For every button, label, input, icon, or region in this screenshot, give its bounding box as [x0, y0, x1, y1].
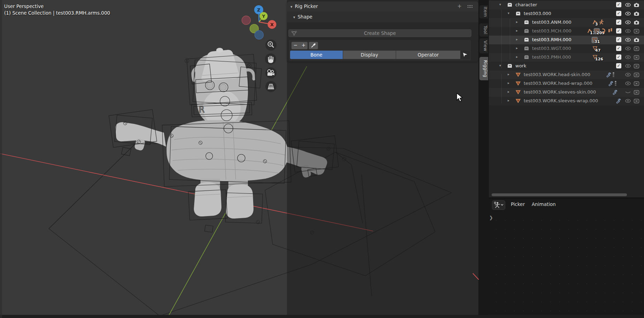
row-label[interactable]: test003.WORK.head-wrap.000 [524, 81, 592, 86]
expand-arrow-icon[interactable]: ▸ [508, 72, 509, 76]
row-label[interactable]: character [515, 2, 537, 7]
render-camera-disabled-icon[interactable] [634, 81, 639, 86]
eye-icon[interactable] [625, 37, 631, 43]
render-camera-disabled-icon[interactable] [634, 89, 639, 95]
exclude-checkbox[interactable]: ✓ [616, 63, 621, 68]
collection-icon[interactable] [524, 20, 529, 25]
eye-icon[interactable] [625, 81, 631, 86]
expand-arrow-icon[interactable]: ▸ [516, 20, 518, 24]
panel-grip-icon[interactable] [467, 5, 473, 8]
collapse-caret-icon[interactable]: ▾ [290, 5, 293, 9]
eye-icon[interactable] [625, 46, 631, 51]
tab-bone[interactable]: Bone [290, 51, 343, 59]
tab-tool[interactable]: Tool [479, 23, 488, 37]
render-camera-disabled-icon[interactable] [634, 98, 639, 104]
expand-arrow-icon[interactable]: ▸ [516, 55, 518, 59]
tab-item[interactable]: Item [479, 5, 488, 19]
tab-display[interactable]: Display [343, 51, 396, 59]
eye-icon[interactable] [625, 72, 631, 77]
create-shape-button[interactable]: Create Shape [288, 29, 471, 37]
mesh-object-icon[interactable] [515, 72, 521, 77]
collapse-arrow-icon[interactable]: ▾ [499, 2, 501, 6]
row-label[interactable]: test003.WGT.000 [532, 46, 571, 51]
outliner-row[interactable]: ▾work✓ [489, 62, 644, 71]
render-camera-disabled-icon[interactable] [634, 63, 639, 69]
exclude-checkbox[interactable]: ✓ [616, 37, 621, 42]
outliner-row[interactable]: ▸test003.WORK.head-wrap.000 [489, 79, 644, 88]
gizmo-axis-negx[interactable] [242, 16, 251, 25]
expand-arrow-icon[interactable]: ▸ [508, 98, 509, 102]
outliner-row[interactable]: ▸test003.MCH.00011209✓ [489, 27, 644, 36]
outliner-row[interactable]: ▸test003.ANM.0003✓ [489, 18, 644, 27]
expand-arrow-icon[interactable]: ▸ [508, 81, 509, 85]
grid-ortho-icon[interactable] [265, 81, 276, 92]
eye-icon[interactable] [625, 98, 631, 104]
row-label[interactable]: test003.WORK.sleeves-skin.000 [524, 89, 596, 95]
collapse-caret-icon[interactable]: ▾ [293, 15, 295, 20]
outliner-row[interactable]: ▸test003.PMH.000126✓ [489, 53, 644, 62]
outliner-row[interactable]: ▾test003.000✓ [489, 9, 644, 18]
row-label[interactable]: test003.WORK.head-skin.000 [524, 72, 590, 77]
row-label[interactable]: test003.WORK.sleeves-wrap.000 [524, 98, 598, 103]
row-label[interactable]: test003.ANM.000 [532, 20, 571, 25]
exclude-checkbox[interactable]: ✓ [616, 28, 621, 34]
navigation-gizmo[interactable]: Z Y X [242, 5, 276, 39]
zoom-icon[interactable] [265, 39, 276, 51]
camera-view-icon[interactable] [265, 67, 276, 79]
collection-icon[interactable] [524, 28, 529, 34]
render-camera-icon[interactable] [634, 37, 639, 43]
row-label[interactable]: test003.MCH.000 [532, 28, 571, 34]
collection-icon[interactable] [507, 2, 513, 8]
eye-icon[interactable] [625, 20, 631, 25]
row-label[interactable]: test003.000 [524, 11, 551, 16]
expand-arrow-icon[interactable]: ▸ [516, 46, 518, 50]
add-button[interactable]: + [300, 42, 308, 49]
collection-icon[interactable] [507, 63, 513, 69]
collapse-arrow-icon[interactable]: ▾ [499, 64, 501, 67]
tab-view[interactable]: View [479, 38, 488, 53]
mesh-object-icon[interactable] [515, 89, 521, 95]
outliner-row[interactable]: ▾character✓ [489, 1, 644, 9]
collection-icon[interactable] [524, 46, 529, 51]
collection-icon[interactable] [515, 11, 521, 16]
gizmo-axis-negz[interactable] [255, 31, 264, 39]
expand-arrow-icon[interactable]: ▸ [516, 37, 518, 41]
tab-operator[interactable]: Operator [396, 51, 460, 59]
outliner-row[interactable]: ▸test003.RMH.00031✓ [489, 36, 644, 44]
mesh-object-icon[interactable] [515, 98, 521, 104]
outliner-row[interactable]: ▸test003.WORK.sleeves-wrap.000 [489, 97, 644, 105]
tab-animation[interactable]: Animation [532, 201, 556, 207]
render-camera-icon[interactable] [634, 2, 639, 8]
render-camera-disabled-icon[interactable] [634, 72, 639, 77]
panel-add-icon[interactable]: + [457, 1, 462, 11]
row-label[interactable]: test003.PMH.000 [532, 54, 571, 60]
outliner-row[interactable]: ▸test003.WORK.sleeves-skin.000 [489, 88, 644, 97]
render-camera-disabled-icon[interactable] [634, 54, 639, 60]
exclude-checkbox[interactable]: ✓ [616, 46, 621, 51]
outliner-row[interactable]: ▸test003.WGT.00047✓ [489, 44, 644, 53]
collapse-arrow-icon[interactable]: ▾ [508, 11, 509, 15]
exclude-checkbox[interactable]: ✓ [616, 11, 621, 16]
remove-button[interactable]: − [291, 42, 300, 49]
render-camera-icon[interactable] [634, 11, 639, 16]
eye-icon[interactable] [625, 54, 631, 60]
expand-arrow-icon[interactable]: ▸ [516, 29, 518, 32]
outliner-row[interactable]: ▸test003.WORK.head-skin.000 [489, 71, 644, 79]
row-label[interactable]: work [515, 63, 526, 68]
mesh-object-icon[interactable] [515, 81, 521, 86]
rig-picker-panel-header[interactable]: ▾Rig Picker + [287, 1, 478, 12]
tab-picker[interactable]: Picker [511, 201, 525, 207]
render-camera-disabled-icon[interactable] [634, 28, 639, 34]
expand-arrow-icon[interactable]: ▸ [508, 90, 509, 94]
eye-icon[interactable] [625, 2, 631, 8]
tab-overflow-arrow-button[interactable] [461, 51, 470, 59]
exclude-checkbox[interactable]: ✓ [616, 54, 621, 60]
outliner-editor[interactable]: ▾character✓▾test003.000✓▸test003.ANM.000… [489, 0, 644, 198]
editor-type-button[interactable] [492, 200, 505, 210]
outliner-horizontal-scrollbar[interactable] [492, 193, 627, 196]
picker-canvas[interactable] [489, 212, 644, 318]
eye-closed-icon[interactable] [625, 89, 631, 95]
viewport-tool-buttons[interactable] [265, 39, 276, 92]
exclude-checkbox[interactable]: ✓ [616, 20, 621, 25]
render-camera-icon[interactable] [634, 20, 639, 25]
